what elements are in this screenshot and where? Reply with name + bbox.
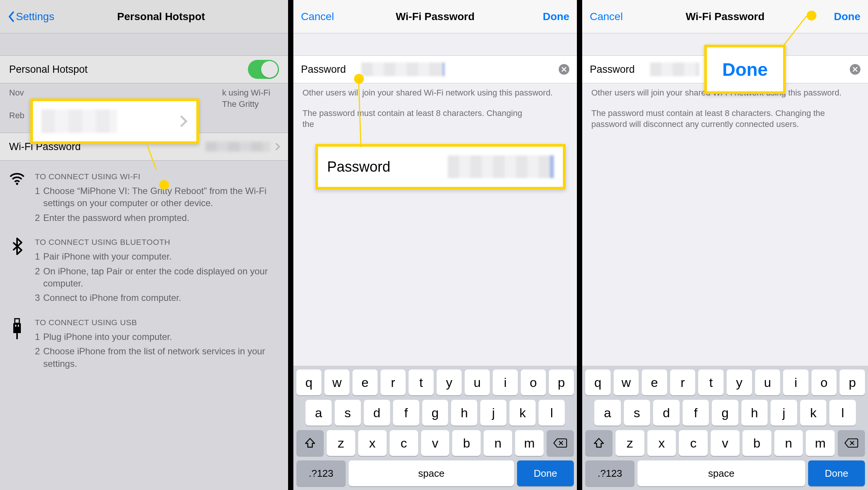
hotspot-switch[interactable]	[248, 60, 279, 79]
key-g[interactable]: g	[712, 400, 738, 426]
key-numsym[interactable]: .?123	[296, 460, 346, 486]
key-l[interactable]: l	[539, 400, 565, 426]
key-done[interactable]: Done	[808, 460, 865, 486]
key-h[interactable]: h	[451, 400, 477, 426]
key-u[interactable]: u	[755, 369, 780, 395]
key-shift[interactable]	[585, 430, 613, 456]
key-q[interactable]: q	[296, 369, 321, 395]
key-space[interactable]: space	[349, 460, 514, 486]
section-heading: TO CONNECT USING WI-FI	[35, 172, 279, 181]
nav-bar: Cancel Wi-Fi Password Done	[293, 0, 577, 33]
key-s[interactable]: s	[624, 400, 650, 426]
cancel-button[interactable]: Cancel	[582, 11, 630, 23]
shift-icon	[593, 437, 605, 449]
step: 1Pair iPhone with your computer.	[35, 250, 279, 263]
done-button[interactable]: Done	[535, 11, 577, 23]
key-t[interactable]: t	[409, 369, 434, 395]
callout-wifi-password-zoom	[30, 99, 199, 144]
key-s[interactable]: s	[335, 400, 361, 426]
usb-icon	[9, 318, 25, 372]
key-a[interactable]: a	[594, 400, 621, 426]
step: 2Choose iPhone from the list of network …	[35, 345, 279, 370]
bluetooth-icon	[9, 238, 25, 307]
cancel-button[interactable]: Cancel	[293, 11, 342, 23]
key-p[interactable]: p	[549, 369, 574, 395]
step: 1Choose “MiPhone VI: The Gritty Reboot” …	[35, 185, 279, 210]
key-e[interactable]: e	[353, 369, 378, 395]
content: Personal Hotspot Nov k using Wi-Fi and T…	[0, 33, 288, 372]
key-u[interactable]: u	[465, 369, 490, 395]
hotspot-label: Personal Hotspot	[9, 64, 88, 75]
key-y[interactable]: y	[437, 369, 462, 395]
key-numsym[interactable]: .?123	[585, 460, 635, 486]
key-f[interactable]: f	[683, 400, 709, 426]
key-v[interactable]: v	[711, 430, 740, 456]
svg-rect-4	[18, 325, 19, 327]
connect-section-wifi: TO CONNECT USING WI-FI1Choose “MiPhone V…	[0, 161, 288, 226]
key-t[interactable]: t	[698, 369, 724, 395]
key-r[interactable]: r	[381, 369, 406, 395]
key-j[interactable]: j	[771, 400, 797, 426]
key-space[interactable]: space	[638, 460, 805, 486]
key-g[interactable]: g	[422, 400, 448, 426]
step: 2Enter the password when prompted.	[35, 212, 279, 224]
key-a[interactable]: a	[306, 400, 332, 426]
key-b[interactable]: b	[452, 430, 481, 456]
key-n[interactable]: n	[484, 430, 512, 456]
key-i[interactable]: i	[783, 369, 808, 395]
key-k[interactable]: k	[800, 400, 827, 426]
key-r[interactable]: r	[670, 369, 696, 395]
key-o[interactable]: o	[521, 369, 546, 395]
clear-icon	[561, 67, 567, 72]
key-y[interactable]: y	[727, 369, 752, 395]
key-k[interactable]: k	[509, 400, 536, 426]
chevron-right-icon	[175, 115, 187, 127]
key-x[interactable]: x	[647, 430, 676, 456]
key-j[interactable]: j	[480, 400, 506, 426]
key-l[interactable]: l	[829, 400, 856, 426]
clear-text-button[interactable]	[850, 64, 860, 75]
key-w[interactable]: w	[614, 369, 639, 395]
key-m[interactable]: m	[806, 430, 835, 456]
key-f[interactable]: f	[393, 400, 419, 426]
done-button[interactable]: Done	[826, 11, 868, 23]
password-field-row[interactable]: Password	[293, 55, 577, 83]
svg-rect-1	[15, 319, 19, 323]
key-done[interactable]: Done	[517, 460, 574, 486]
password-input[interactable]	[361, 63, 553, 76]
section-heading: TO CONNECT USING BLUETOOTH	[35, 238, 279, 247]
key-m[interactable]: m	[515, 430, 544, 456]
password-footer-1: Other users will join your shared Wi-Fi …	[293, 83, 577, 99]
key-z[interactable]: z	[327, 430, 355, 456]
key-q[interactable]: q	[585, 369, 611, 395]
key-h[interactable]: h	[741, 400, 768, 426]
key-d[interactable]: d	[364, 400, 390, 426]
key-n[interactable]: n	[774, 430, 803, 456]
key-v[interactable]: v	[421, 430, 450, 456]
backspace-icon	[844, 438, 858, 448]
key-backspace[interactable]	[838, 430, 865, 456]
key-i[interactable]: i	[493, 369, 518, 395]
key-c[interactable]: c	[390, 430, 418, 456]
chevron-left-icon	[8, 11, 15, 22]
key-b[interactable]: b	[743, 430, 771, 456]
clear-icon	[852, 67, 858, 72]
password-footer-2: The password must contain at least 8 cha…	[582, 99, 868, 130]
key-c[interactable]: c	[679, 430, 708, 456]
key-p[interactable]: p	[840, 369, 865, 395]
clear-text-button[interactable]	[559, 64, 569, 75]
key-z[interactable]: z	[616, 430, 644, 456]
key-x[interactable]: x	[358, 430, 387, 456]
callout-done-zoom: Done	[704, 45, 786, 94]
screen-wifi-password-done: Cancel Wi-Fi Password Done Password Othe…	[577, 0, 868, 490]
svg-point-0	[16, 183, 18, 185]
key-e[interactable]: e	[642, 369, 667, 395]
key-backspace[interactable]	[547, 430, 574, 456]
key-w[interactable]: w	[324, 369, 349, 395]
key-d[interactable]: d	[653, 400, 680, 426]
hotspot-toggle-row[interactable]: Personal Hotspot	[0, 55, 288, 83]
back-button[interactable]: Settings	[0, 11, 62, 23]
key-o[interactable]: o	[812, 369, 837, 395]
section-heading: TO CONNECT USING USB	[35, 318, 279, 327]
key-shift[interactable]	[296, 430, 324, 456]
